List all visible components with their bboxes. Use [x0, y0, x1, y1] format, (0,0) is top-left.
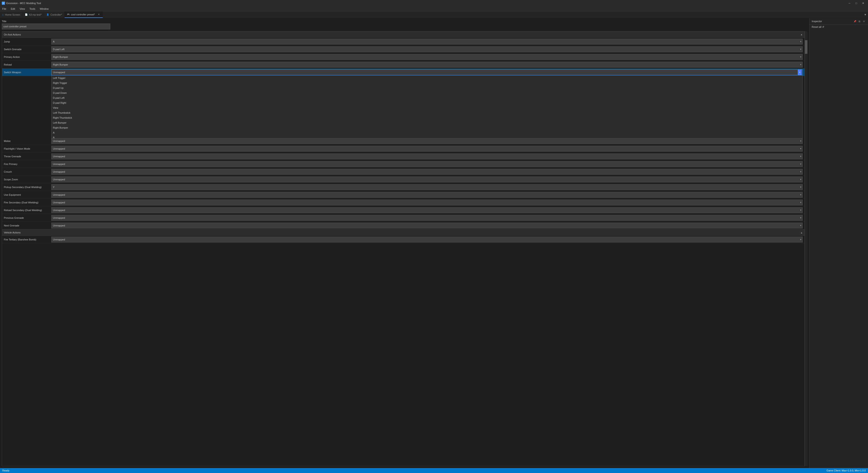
select-primary-action[interactable]: Right Bumper: [51, 54, 803, 60]
vehicle-section-header: Vehicle Actions ▲: [2, 229, 804, 236]
label-reload-secondary: Reload Secondary (Dual Wielding): [4, 209, 51, 212]
select-pickup-secondary[interactable]: Y: [51, 184, 803, 190]
dropdown-item-left-thumbstick[interactable]: Left Thumbstick: [52, 110, 802, 115]
dropdown-trigger-switch-weapon[interactable]: Unmapped: [51, 69, 803, 75]
tab-h3mp[interactable]: 📄 h3 mp test*: [23, 11, 44, 18]
label-next-grenade: Next Grenade: [4, 224, 51, 227]
title-bar: E Excession - MCC Modding Tool ─ □ ✕: [0, 0, 868, 6]
select-wrapper-fire-tertiary: Unmapped ▼: [51, 236, 803, 243]
select-scope-zoom[interactable]: Unmapped: [51, 177, 803, 182]
title-input[interactable]: [2, 24, 110, 29]
mapping-row-scope-zoom: Scope Zoom Unmapped ▼: [2, 176, 804, 183]
select-prev-grenade[interactable]: Unmapped: [51, 215, 803, 221]
app-title: Excession - MCC Modding Tool: [6, 2, 41, 4]
status-right: Game Client: Max=1.0.0, Min=1.0.0: [827, 469, 866, 472]
label-primary-action: Primary Action: [4, 56, 51, 58]
maximize-button[interactable]: □: [853, 1, 860, 5]
mapping-row-throw-grenade: Throw Grenade Unmapped ▼: [2, 153, 804, 160]
select-wrapper-flashlight: Unmapped ▼: [51, 146, 803, 152]
status-bar: Ready Game Client: Max=1.0.0, Min=1.0.0: [0, 468, 868, 473]
select-next-grenade[interactable]: Unmapped: [51, 223, 803, 228]
select-wrapper-melee: Unmapped ▼: [51, 138, 803, 144]
mapping-row-use-equipment: Use Equipment Unmapped ▼: [2, 191, 804, 199]
select-fire-secondary[interactable]: Unmapped: [51, 199, 803, 206]
label-throw-grenade: Throw Grenade: [4, 155, 51, 158]
select-flashlight[interactable]: Unmapped: [51, 146, 803, 152]
menu-view[interactable]: View: [18, 7, 27, 11]
editor-panel: Title On-foot Actions ▲ Jump: [0, 18, 809, 468]
tab-coolcontroller[interactable]: 🎮 cool controller preset* ✕: [65, 11, 103, 18]
dropdown-item-right-thumbstick[interactable]: Right Thumbstick: [52, 115, 802, 120]
dropdown-item-left-trigger[interactable]: Left Trigger: [52, 75, 802, 81]
dropdown-item-dpad-left[interactable]: D-pad Left: [52, 95, 802, 100]
inspector-header: Inspector 📌 ⊞ ✕: [809, 18, 868, 25]
select-wrapper-prev-grenade: Unmapped ▼: [51, 215, 803, 221]
mapping-row-next-grenade: Next Grenade Unmapped ▼: [2, 222, 804, 229]
label-use-equipment: Use Equipment: [4, 193, 51, 196]
right-scrollbar[interactable]: [805, 31, 807, 466]
label-fire-tertiary: Fire Tertiary (Banshee Bomb): [4, 238, 51, 241]
on-foot-section-header: On-foot Actions ▲: [2, 31, 804, 38]
dropdown-item-dpad-up[interactable]: D-pad Up: [52, 86, 802, 90]
tab-h3mp-label: h3 mp test*: [29, 13, 41, 16]
mapping-row-reload-secondary: Reload Secondary (Dual Wielding) Unmappe…: [2, 206, 804, 214]
select-throw-grenade[interactable]: Unmapped: [51, 153, 803, 159]
mapping-row-fire-secondary: Fire Secondary (Dual Wielding) Unmapped …: [2, 199, 804, 206]
mapping-scroll-area[interactable]: Jump A ▼ Switch Grenade: [2, 38, 804, 466]
select-melee[interactable]: Unmapped: [51, 138, 803, 144]
tab-controller-label: Controller*: [51, 13, 62, 16]
window-controls: ─ □ ✕: [846, 1, 866, 5]
menu-edit[interactable]: Edit: [8, 7, 18, 11]
tab-home-label: Home Screen: [5, 13, 20, 16]
menu-file[interactable]: File: [0, 7, 8, 11]
dropdown-item-a[interactable]: A: [52, 130, 802, 135]
mapping-row-reload: Reload Right Bumper ▼: [2, 61, 804, 68]
on-foot-collapse-button[interactable]: ▲: [800, 33, 803, 36]
label-scope-zoom: Scope Zoom: [4, 178, 51, 181]
select-reload[interactable]: Right Bumper: [51, 62, 803, 68]
dropdown-item-right-bumper[interactable]: Right Bumper: [52, 125, 802, 130]
menu-tools[interactable]: Tools: [27, 7, 37, 11]
select-jump[interactable]: A: [51, 39, 803, 44]
select-fire-tertiary[interactable]: Unmapped: [51, 236, 803, 243]
select-use-equipment[interactable]: Unmapped: [51, 192, 803, 198]
dropdown-list-switch-weapon[interactable]: Left Trigger Right Trigger D-pad Up D-pa…: [51, 75, 803, 138]
menu-window[interactable]: Window: [37, 7, 51, 11]
vehicle-collapse-button[interactable]: ▲: [800, 231, 803, 234]
tab-controller[interactable]: 👤 Controller*: [44, 11, 65, 18]
dropdown-item-left-bumper[interactable]: Left Bumper: [52, 120, 802, 125]
select-crouch[interactable]: Unmapped: [51, 169, 803, 175]
inspector-title: Inspector: [812, 20, 822, 23]
status-left: Ready: [2, 469, 9, 472]
minimize-button[interactable]: ─: [846, 1, 852, 5]
dropdown-item-b[interactable]: B: [52, 135, 802, 138]
close-button[interactable]: ✕: [860, 1, 866, 5]
tab-dropdown-button[interactable]: ▼: [863, 11, 868, 18]
reset-all-button[interactable]: Reset all ↺: [809, 25, 868, 29]
tab-controller-icon: 👤: [46, 13, 49, 16]
dropdown-item-right-trigger[interactable]: Right Trigger: [52, 81, 802, 86]
inspector-close-button[interactable]: ✕: [862, 20, 866, 23]
select-fire-primary[interactable]: Unmapped: [51, 161, 803, 167]
tab-coolcontroller-close[interactable]: ✕: [97, 13, 100, 16]
content-area: Title On-foot Actions ▲ Jump: [0, 18, 809, 468]
label-fire-primary: Fire Primary: [4, 163, 51, 165]
dropdown-item-dpad-right[interactable]: D-pad Right: [52, 100, 802, 105]
label-switch-grenade: Switch Grenade: [4, 48, 51, 51]
dropdown-item-dpad-down[interactable]: D-pad Down: [52, 90, 802, 95]
inspector-split-button[interactable]: ⊞: [858, 20, 861, 23]
inspector-pin-button[interactable]: 📌: [853, 20, 857, 23]
select-switch-grenade[interactable]: D-pad Left: [51, 46, 803, 52]
select-wrapper-reload-secondary: Unmapped ▼: [51, 207, 803, 213]
mapping-row-primary-action: Primary Action Right Bumper ▼: [2, 53, 804, 61]
dropdown-item-view[interactable]: View: [52, 105, 802, 110]
tab-home[interactable]: ⌂ Home Screen: [0, 11, 23, 18]
mapping-row-fire-primary: Fire Primary Unmapped ▼: [2, 160, 804, 168]
label-fire-secondary: Fire Secondary (Dual Wielding): [4, 201, 51, 204]
select-wrapper-jump: A ▼: [51, 39, 803, 44]
select-wrapper-throw-grenade: Unmapped ▼: [51, 153, 803, 159]
scrollbar-thumb[interactable]: [805, 40, 807, 54]
select-reload-secondary[interactable]: Unmapped: [51, 207, 803, 213]
reset-all-label: Reset all ↺: [812, 26, 824, 29]
label-switch-weapon: Switch Weapon: [4, 71, 51, 74]
